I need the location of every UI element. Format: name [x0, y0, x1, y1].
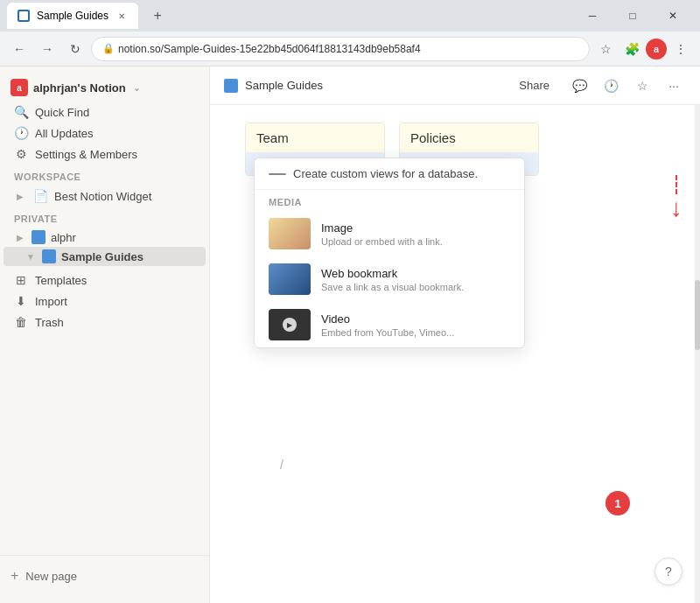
templates-icon: ⊞: [14, 273, 28, 287]
page-title: Sample Guides: [245, 79, 323, 92]
dropdown-menu: Create custom views for a database. MEDI…: [254, 158, 525, 348]
content-header: Sample Guides Share 💬 🕐 ☆ ···: [210, 67, 700, 105]
tab-close-button[interactable]: ✕: [116, 10, 128, 22]
main-layout: a alphrjan's Notion ⌄ 🔍 Quick Find 🕐 All…: [0, 67, 700, 603]
clock-icon: 🕐: [14, 126, 28, 140]
browser-tab[interactable]: Sample Guides ✕: [7, 3, 138, 29]
down-arrow-icon: ↓: [670, 196, 682, 221]
web-bookmark-thumbnail: [269, 263, 311, 295]
video-item-text: Video Embed from YouTube, Vimeo...: [321, 312, 454, 338]
workspace-caret-icon: ⌄: [133, 83, 140, 93]
sidebar-item-import[interactable]: ⬇ Import: [4, 291, 206, 312]
star-bookmark-icon[interactable]: ☆: [593, 37, 618, 61]
plus-icon: +: [10, 568, 18, 584]
dropdown-web-bookmark-item[interactable]: Web bookmark Save a link as a visual boo…: [255, 256, 524, 302]
dropdown-video-item[interactable]: ▶ Video Embed from YouTube, Vimeo...: [255, 302, 524, 347]
divider-icon: [269, 173, 286, 175]
title-bar: Sample Guides ✕ + ─ □ ✕: [0, 0, 700, 32]
favorite-icon-button[interactable]: ☆: [630, 74, 654, 98]
sidebar-item-trash[interactable]: 🗑 Trash: [4, 312, 206, 333]
sidebar-item-sample-guides[interactable]: ▼ Sample Guides: [4, 247, 206, 266]
page-title-row: Sample Guides: [224, 79, 323, 93]
expand-arrow-icon: ▶: [14, 231, 26, 243]
window-maximize-button[interactable]: □: [612, 0, 653, 32]
web-bookmark-item-text: Web bookmark Save a link as a visual boo…: [321, 267, 464, 292]
scrollbar-track[interactable]: [695, 105, 700, 603]
quick-find-label: Quick Find: [35, 106, 89, 119]
back-button[interactable]: ←: [7, 37, 32, 61]
extensions-icon[interactable]: 🧩: [620, 37, 644, 61]
comment-icon-button[interactable]: 💬: [567, 74, 592, 98]
dropdown-top-text: Create custom views for a database.: [293, 167, 478, 180]
trash-label: Trash: [35, 316, 64, 329]
history-icon-button[interactable]: 🕐: [598, 74, 623, 98]
url-text: notion.so/Sample-Guides-15e22bb45d064f18…: [118, 43, 421, 55]
best-notion-widget-label: Best Notion Widget: [54, 190, 151, 203]
lock-icon: 🔒: [102, 43, 115, 54]
settings-label: Settings & Members: [35, 148, 137, 161]
image-thumbnail: [269, 218, 311, 249]
tab-favicon: [18, 10, 30, 22]
new-page-label: New page: [25, 570, 77, 583]
menu-icon[interactable]: ⋮: [668, 37, 693, 61]
sidebar: a alphrjan's Notion ⌄ 🔍 Quick Find 🕐 All…: [0, 67, 210, 603]
team-label: Team: [256, 130, 289, 145]
dropdown-top-item: Create custom views for a database.: [255, 158, 524, 190]
image-title: Image: [321, 221, 443, 235]
share-button[interactable]: Share: [508, 75, 560, 95]
policies-label: Policies: [410, 130, 456, 145]
new-tab-button[interactable]: +: [145, 4, 170, 28]
dropdown-image-item[interactable]: Image Upload or embed with a link.: [255, 211, 524, 256]
team-card-header: Team: [246, 123, 384, 152]
sidebar-item-best-notion-widget[interactable]: ▶ 📄 Best Notion Widget: [4, 186, 206, 207]
step-badge: 1: [606, 491, 630, 515]
scrollbar-thumb[interactable]: [695, 280, 700, 350]
expand-arrow-icon: ▶: [14, 190, 26, 202]
reload-button[interactable]: ↻: [63, 37, 88, 61]
content-area: Sample Guides Share 💬 🕐 ☆ ··· Team ▶: [210, 67, 700, 603]
workspace-icon: a: [10, 79, 28, 96]
video-desc: Embed from YouTube, Vimeo...: [321, 327, 454, 338]
expand-arrow-icon: ▼: [24, 250, 37, 263]
workspace-header[interactable]: a alphrjan's Notion ⌄: [0, 74, 209, 102]
private-section-label: PRIVATE: [0, 207, 209, 228]
window-close-button[interactable]: ✕: [653, 0, 693, 32]
arrow-annotation: ↓: [670, 175, 682, 221]
window-minimize-button[interactable]: ─: [572, 0, 612, 32]
header-actions: Share 💬 🕐 ☆ ···: [508, 74, 686, 98]
import-icon: ⬇: [14, 294, 28, 308]
arrow-line: [676, 175, 677, 180]
sidebar-item-settings[interactable]: ⚙ Settings & Members: [4, 144, 206, 165]
alphr-page-icon: [32, 230, 46, 244]
workspace-section-label: WORKSPACE: [0, 165, 209, 186]
arrow-lines: [676, 175, 677, 194]
forward-button[interactable]: →: [35, 37, 60, 61]
trash-icon: 🗑: [14, 315, 28, 329]
all-updates-label: All Updates: [35, 127, 93, 140]
sample-guides-page-icon: [42, 249, 56, 263]
sidebar-item-all-updates[interactable]: 🕐 All Updates: [4, 123, 206, 144]
user-avatar[interactable]: a: [646, 39, 667, 60]
page-doc-icon: 📄: [33, 189, 47, 203]
sidebar-item-templates[interactable]: ⊞ Templates: [4, 270, 206, 291]
web-bookmark-desc: Save a link as a visual bookmark.: [321, 282, 464, 292]
sample-guides-label: Sample Guides: [61, 250, 144, 263]
workspace-name: alphrjan's Notion: [33, 81, 126, 95]
address-bar: ← → ↻ 🔒 notion.so/Sample-Guides-15e22bb4…: [0, 32, 700, 67]
policies-card-header: Policies: [400, 123, 538, 152]
new-page-button[interactable]: + New page: [0, 563, 209, 589]
sidebar-item-alphr[interactable]: ▶ alphr: [4, 228, 206, 247]
image-item-text: Image Upload or embed with a link.: [321, 221, 443, 247]
search-icon: 🔍: [14, 105, 28, 119]
sidebar-item-quick-find[interactable]: 🔍 Quick Find: [4, 102, 206, 123]
page-icon-small: [224, 79, 238, 93]
address-input[interactable]: 🔒 notion.so/Sample-Guides-15e22bb45d064f…: [91, 37, 590, 61]
arrow-line: [676, 182, 677, 187]
help-button[interactable]: ?: [654, 557, 682, 585]
page-content: Team ▶ Toggle Policies ▶ Toggle: [210, 105, 700, 207]
web-bookmark-title: Web bookmark: [321, 267, 464, 280]
tab-title: Sample Guides: [37, 10, 108, 22]
more-options-button[interactable]: ···: [662, 74, 686, 98]
templates-label: Templates: [35, 274, 87, 287]
image-desc: Upload or embed with a link.: [321, 236, 443, 247]
